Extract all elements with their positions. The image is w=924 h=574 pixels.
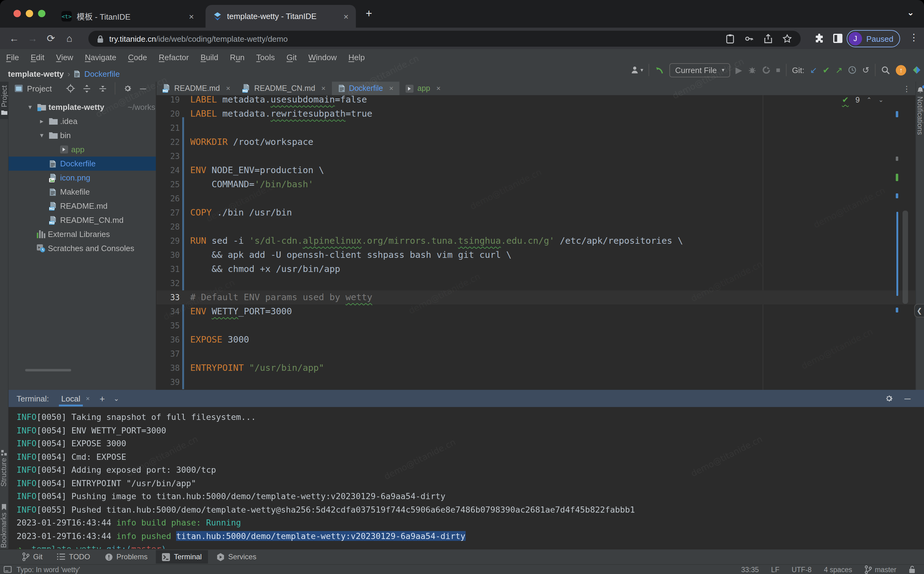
status-message[interactable]: Typo: In word 'wetty' xyxy=(17,566,80,573)
tree-item-makefile[interactable]: Makefile xyxy=(9,185,156,199)
close-terminal-tab-icon[interactable]: × xyxy=(86,395,90,402)
toolwindow-terminal[interactable]: Terminal xyxy=(156,550,208,564)
settings-gear-icon[interactable] xyxy=(123,84,132,93)
new-terminal-icon[interactable]: + xyxy=(100,393,105,404)
breadcrumb-project[interactable]: template-wetty xyxy=(8,69,64,78)
breadcrumb-file[interactable]: Dockerfile xyxy=(84,69,120,78)
toolwindow-services[interactable]: Services xyxy=(211,550,262,564)
hide-panel-icon[interactable]: ─ xyxy=(140,84,146,93)
status-4-spaces[interactable]: 4 spaces xyxy=(824,566,852,573)
menu-window[interactable]: Window xyxy=(308,53,337,62)
stop-icon[interactable]: ■ xyxy=(776,66,780,74)
close-window-button[interactable] xyxy=(14,10,21,17)
editor-scrollbar[interactable] xyxy=(902,211,908,304)
user-access-icon[interactable]: ▾ xyxy=(631,66,643,74)
close-tab-icon[interactable]: × xyxy=(389,84,394,93)
hide-terminal-icon[interactable]: ─ xyxy=(904,394,910,403)
tab-search-icon[interactable]: ⌄ xyxy=(907,7,914,17)
expand-all-icon[interactable] xyxy=(83,84,91,92)
tree-item-icon-png[interactable]: icon.png xyxy=(9,171,156,185)
menu-file[interactable]: File xyxy=(6,53,19,62)
tool-stripe-structure[interactable]: Structure xyxy=(0,450,7,487)
tree-item-template-wetty[interactable]: ▾template-wetty~/workspace xyxy=(9,100,156,114)
tree-item-readme-md[interactable]: MDREADME.md xyxy=(9,199,156,213)
status-33-35[interactable]: 33:35 xyxy=(741,566,759,573)
tool-stripe-notifications[interactable]: Notifications xyxy=(916,82,924,135)
menu-help[interactable]: Help xyxy=(349,53,365,62)
menu-code[interactable]: Code xyxy=(128,53,147,62)
browser-tab-2[interactable]: template-wetty - TitanIDE × xyxy=(206,5,356,28)
menu-tools[interactable]: Tools xyxy=(256,53,275,62)
close-tab-icon[interactable]: × xyxy=(189,11,194,21)
browser-tab-1[interactable]: <t> 模板 - TitanIDE × xyxy=(54,5,201,28)
toolwindow-problems[interactable]: Problems xyxy=(99,550,154,564)
home-icon[interactable]: ⌂ xyxy=(60,33,79,44)
chevron-right-icon[interactable]: ▸ xyxy=(38,117,46,125)
tool-stripe-project[interactable]: Project xyxy=(0,82,9,119)
collapse-all-icon[interactable] xyxy=(99,84,107,92)
extensions-puzzle-icon[interactable] xyxy=(814,33,825,44)
bookmark-star-icon[interactable] xyxy=(782,34,792,44)
chevron-down-icon[interactable]: ▾ xyxy=(38,131,46,139)
maximize-window-button[interactable] xyxy=(38,10,46,17)
collapse-panel-button[interactable]: ❮ xyxy=(914,304,924,317)
key-icon[interactable] xyxy=(744,34,754,44)
tool-stripe-bookmarks[interactable]: Bookmarks xyxy=(0,504,7,548)
tree-item-scratches-and-consoles[interactable]: Scratches and Consoles xyxy=(9,241,156,255)
locate-file-icon[interactable] xyxy=(66,84,75,93)
forward-icon[interactable]: → xyxy=(23,33,42,44)
run-coverage-icon[interactable] xyxy=(762,66,770,74)
menu-build[interactable]: Build xyxy=(201,53,218,62)
git-push-icon[interactable]: ↗ xyxy=(835,66,842,74)
close-tab-icon[interactable]: × xyxy=(321,84,325,93)
history-clock-icon[interactable] xyxy=(848,66,857,74)
terminal-output[interactable]: INFO[0050] Taking snapshot of full files… xyxy=(17,411,635,556)
tree-item--idea[interactable]: ▸.idea xyxy=(9,114,156,128)
clipboard-icon[interactable] xyxy=(726,34,734,44)
close-tab-icon[interactable]: × xyxy=(436,84,440,93)
menu-navigate[interactable]: Navigate xyxy=(85,53,116,62)
minimize-window-button[interactable] xyxy=(26,10,33,17)
address-bar[interactable]: try.titanide.cn/ide/web/coding/template-… xyxy=(88,31,801,47)
toolwindow-git[interactable]: Git xyxy=(16,550,49,564)
tree-item-bin[interactable]: ▾bin xyxy=(9,128,156,142)
build-icon[interactable] xyxy=(655,65,664,74)
status-window-icon[interactable] xyxy=(4,566,12,573)
close-tab-icon[interactable]: × xyxy=(344,11,349,21)
close-tab-icon[interactable]: × xyxy=(226,84,230,93)
tree-item-dockerfile[interactable]: Dockerfile xyxy=(9,156,156,171)
new-tab-button[interactable]: + xyxy=(366,7,372,20)
debug-icon[interactable] xyxy=(748,66,756,74)
share-icon[interactable] xyxy=(764,34,772,44)
git-commit-icon[interactable]: ✔ xyxy=(823,66,830,74)
menu-edit[interactable]: Edit xyxy=(31,53,44,62)
menu-git[interactable]: Git xyxy=(286,53,297,62)
horizontal-scrollbar[interactable] xyxy=(25,369,71,371)
undo-icon[interactable]: ↺ xyxy=(862,66,869,74)
inspections-widget[interactable]: ✔ 9 ⌃ ⌄ xyxy=(842,95,883,104)
git-update-icon[interactable]: ↙ xyxy=(810,66,817,74)
update-available-icon[interactable]: ↑ xyxy=(896,65,906,75)
run-icon[interactable]: ▶ xyxy=(735,66,742,74)
status-master[interactable]: master xyxy=(864,565,896,574)
chevron-down-icon[interactable]: ▾ xyxy=(27,103,34,111)
run-config-select[interactable]: Current File▾ xyxy=(670,63,730,77)
next-problem-icon[interactable]: ⌄ xyxy=(878,96,883,103)
toolwindow-todo[interactable]: TODO xyxy=(51,550,96,564)
menu-view[interactable]: View xyxy=(56,53,73,62)
tree-item-readme-cn-md[interactable]: MDREADME_CN.md xyxy=(9,213,156,227)
terminal-dropdown-icon[interactable]: ⌄ xyxy=(113,394,119,402)
code-area[interactable]: 19LABEL metadata.usesubdomain=false20LAB… xyxy=(156,95,915,390)
editor[interactable]: MDREADME.md×MDREADME_CN.md×Dockerfile×ap… xyxy=(156,82,915,390)
tree-item-app[interactable]: app xyxy=(9,142,156,156)
profile-paused-badge[interactable]: J Paused xyxy=(847,30,900,47)
browser-menu-icon[interactable]: ⋮ xyxy=(909,32,918,43)
status-utf-8[interactable]: UTF-8 xyxy=(792,566,811,573)
refresh-icon[interactable]: ⟳ xyxy=(42,33,60,44)
terminal-tab-local[interactable]: Local xyxy=(60,391,82,406)
search-everywhere-icon[interactable] xyxy=(881,65,890,74)
lock-icon[interactable] xyxy=(97,35,104,43)
status-lf[interactable]: LF xyxy=(771,566,779,573)
back-icon[interactable]: ← xyxy=(5,33,23,44)
menu-run[interactable]: Run xyxy=(230,53,245,62)
